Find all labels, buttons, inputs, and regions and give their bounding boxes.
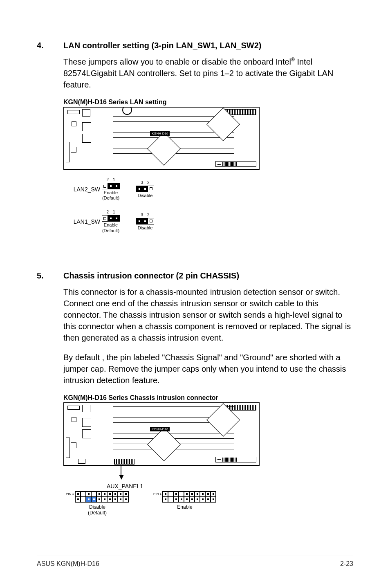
pin-numbers: 21 bbox=[106, 177, 115, 182]
arrow-stem-icon bbox=[121, 466, 121, 476]
footer-right: 2-23 bbox=[340, 560, 353, 568]
jumper-unit-disable: 32 Disable bbox=[136, 213, 154, 231]
jumper-label: LAN1_SW bbox=[69, 218, 100, 225]
pin-numbers: 21 bbox=[106, 210, 115, 214]
section-chassis: 5. Chassis intrusion connector (2 pin CH… bbox=[37, 271, 353, 524]
port-icon bbox=[82, 418, 91, 427]
section-number: 4. bbox=[37, 41, 63, 255]
pin1-label: PIN 1 bbox=[153, 492, 161, 496]
section-title: LAN controller setting (3-pin LAN_SW1, L… bbox=[63, 41, 353, 50]
panel-unit-enable: PIN 1 Enable bbox=[153, 491, 216, 510]
jumper-label: LAN2_SW bbox=[69, 186, 100, 193]
port-icon bbox=[82, 109, 90, 117]
pin-block-icon bbox=[136, 186, 154, 192]
port-icon bbox=[67, 406, 80, 410]
jumper-unit-disable: 32 Disable bbox=[136, 180, 154, 198]
pin-block-icon bbox=[136, 218, 154, 224]
jumper-settings: LAN2_SW 21 Enable(Default) 32 Disable bbox=[63, 170, 353, 247]
section-body: LAN controller setting (3-pin LAN_SW1, L… bbox=[63, 41, 353, 255]
text-part1: These jumpers allow you to enable or dis… bbox=[63, 57, 291, 66]
jumper-sublabel: Enable(Default) bbox=[102, 222, 119, 233]
jumper-unit-enable: 21 Enable(Default) bbox=[102, 177, 120, 201]
diagram-title: KGN(M)H-D16 Series Chassis intrusion con… bbox=[63, 394, 353, 402]
pin-numbers: 32 bbox=[141, 213, 149, 217]
port-icon bbox=[66, 438, 70, 458]
section-lan: 4. LAN controller setting (3-pin LAN_SW1… bbox=[37, 41, 353, 255]
aux-panel-icon bbox=[75, 491, 129, 503]
panel-row: PIN 1 Disable(Default) PIN 1 bbox=[66, 491, 353, 516]
port-icon bbox=[71, 147, 76, 153]
section-number: 5. bbox=[37, 271, 63, 524]
chassis-diagram: KGN(M)H-D16 Series Chassis intrusion con… bbox=[63, 394, 353, 516]
diagram-title: KGN(M)H-D16 Series LAN setting bbox=[63, 99, 353, 106]
pin-numbers: 32 bbox=[141, 180, 149, 185]
panel-unit-disable: PIN 1 Disable(Default) bbox=[66, 491, 129, 516]
jumper-sublabel: Disable bbox=[138, 225, 153, 231]
aux-panel-highlight-icon bbox=[114, 459, 134, 465]
page-footer: ASUS KGN(M)H-D16 2-23 bbox=[37, 556, 353, 568]
barcode-icon: •••• bbox=[215, 457, 256, 462]
jumper-row-lan1: LAN1_SW 21 Enable(Default) 32 Disable bbox=[69, 210, 353, 233]
mobo-model-label: KGNH-D16 bbox=[150, 427, 170, 431]
motherboard-diagram: KGNH-D16 •••• bbox=[63, 402, 260, 466]
pin-block-icon bbox=[102, 183, 120, 189]
section-title: Chassis intrusion connector (2 pin CHASS… bbox=[63, 271, 353, 281]
port-icon bbox=[78, 459, 85, 464]
aux-panel-label: AUX_PANEL1 bbox=[107, 483, 353, 489]
motherboard-diagram: KGNH-D16 •••• bbox=[63, 107, 260, 170]
arrow-down-icon bbox=[119, 475, 124, 480]
section-paragraph: By default , the pin labeled "Chassis Si… bbox=[63, 352, 353, 386]
port-icon bbox=[67, 110, 80, 114]
jumper-unit-enable: 21 Enable(Default) bbox=[102, 210, 120, 233]
section-body: Chassis intrusion connector (2 pin CHASS… bbox=[63, 271, 353, 524]
mobo-model-label: KGNH-D16 bbox=[150, 131, 170, 136]
panel-sublabel: Disable(Default) bbox=[88, 504, 107, 516]
footer-left: ASUS KGN(M)H-D16 bbox=[37, 560, 99, 568]
aux-panel-icon bbox=[162, 491, 216, 503]
reg-mark: ® bbox=[291, 57, 295, 63]
section-paragraph: This connector is for a chassis-mounted … bbox=[63, 286, 353, 343]
port-icon bbox=[71, 442, 76, 448]
lan-diagram: KGN(M)H-D16 Series LAN setting KGNH-D16 … bbox=[63, 99, 353, 247]
pin1-label: PIN 1 bbox=[66, 492, 74, 496]
jumper-row-lan2: LAN2_SW 21 Enable(Default) 32 Disable bbox=[69, 177, 353, 201]
port-icon bbox=[72, 417, 76, 422]
port-icon bbox=[72, 121, 76, 126]
panel-sublabel: Enable bbox=[177, 504, 192, 510]
port-icon bbox=[82, 405, 90, 412]
port-icon bbox=[82, 122, 91, 131]
barcode-icon: •••• bbox=[215, 161, 256, 167]
port-icon bbox=[66, 142, 70, 162]
jumper-sublabel: Enable(Default) bbox=[102, 190, 119, 201]
port-icon bbox=[82, 134, 91, 143]
jumper-sublabel: Disable bbox=[138, 193, 153, 198]
section-text: These jumpers allow you to enable or dis… bbox=[63, 56, 353, 90]
pin-block-icon bbox=[102, 215, 120, 222]
port-icon bbox=[82, 429, 91, 438]
